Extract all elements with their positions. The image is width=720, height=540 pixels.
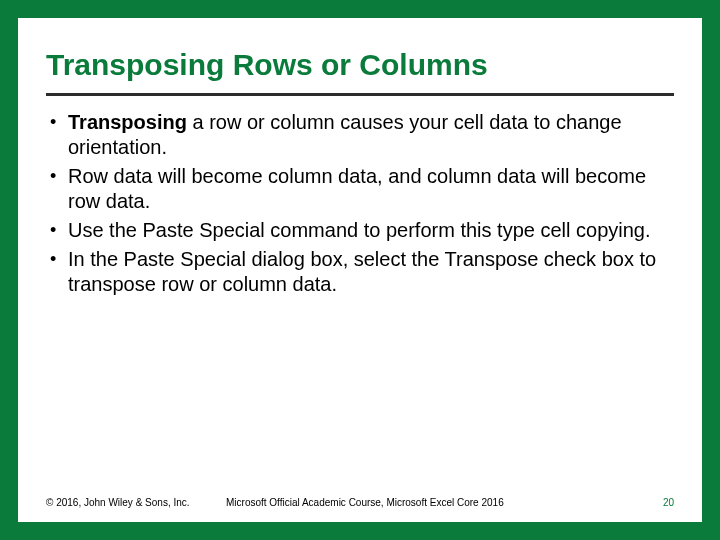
slide-title: Transposing Rows or Columns — [46, 48, 674, 96]
list-item: Row data will become column data, and co… — [46, 164, 674, 214]
footer-course: Microsoft Official Academic Course, Micr… — [226, 497, 504, 508]
footer-page-number: 20 — [663, 497, 674, 508]
slide-footer: © 2016, John Wiley & Sons, Inc. Microsof… — [46, 497, 674, 508]
bullet-list: Transposing a row or column causes your … — [46, 110, 674, 297]
slide: Transposing Rows or Columns Transposing … — [18, 18, 702, 522]
bullet-strong: Transposing — [68, 111, 187, 133]
bullet-text: Use the Paste Special command to perform… — [68, 219, 651, 241]
footer-copyright: © 2016, John Wiley & Sons, Inc. — [46, 497, 206, 508]
bullet-text: In the Paste Special dialog box, select … — [68, 248, 656, 295]
list-item: Use the Paste Special command to perform… — [46, 218, 674, 243]
list-item: Transposing a row or column causes your … — [46, 110, 674, 160]
list-item: In the Paste Special dialog box, select … — [46, 247, 674, 297]
bullet-text: Row data will become column data, and co… — [68, 165, 646, 212]
